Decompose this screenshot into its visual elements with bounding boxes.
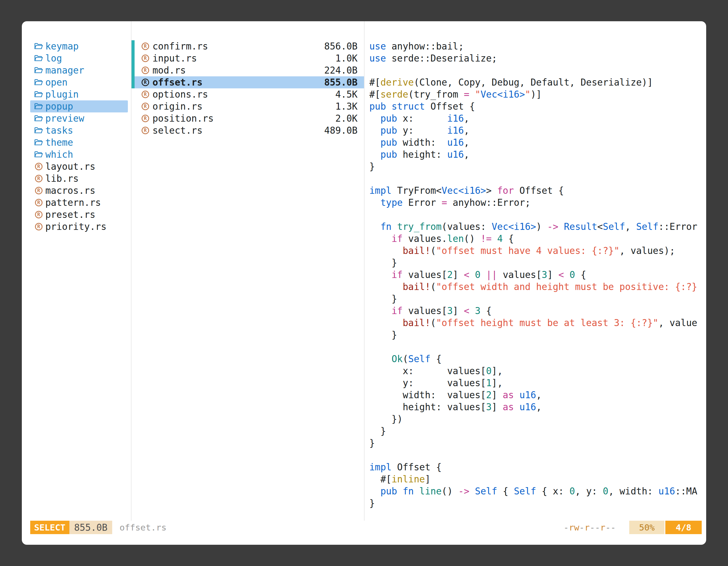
cursor-position-badge: 4/8 xyxy=(665,521,702,534)
sidebar-item-macros-rs[interactable]: Rmacros.rs xyxy=(30,185,128,197)
code-line: fn try_from(values: Vec<i16>) -> Result<… xyxy=(369,221,706,233)
file-name: confirm.rs xyxy=(152,41,208,52)
sidebar-item-manager[interactable]: manager xyxy=(30,64,128,76)
code-line: y: values[1], xyxy=(369,377,706,389)
sidebar-item-label: plugin xyxy=(45,89,79,100)
sidebar-item-label: tasks xyxy=(45,125,73,136)
sidebar-item-log[interactable]: log xyxy=(30,52,128,64)
file-size: 1.0K xyxy=(335,53,358,64)
code-line: } xyxy=(369,437,706,449)
sidebar-item-label: preset.rs xyxy=(45,209,95,220)
file-item-position-rs[interactable]: Rposition.rs2.0K xyxy=(131,112,364,125)
code-line: Ok(Self { xyxy=(369,353,706,365)
file-name: input.rs xyxy=(152,53,197,64)
sidebar-item-label: manager xyxy=(45,65,84,76)
panes: keymaplogmanageropenpluginpopuppreviewta… xyxy=(22,21,706,521)
rust-file-icon: R xyxy=(141,43,150,50)
code-preview: use anyhow::bail;use serde::Deserialize;… xyxy=(369,40,706,509)
file-item-offset-rs[interactable]: Roffset.rs855.0B xyxy=(131,76,364,88)
code-line xyxy=(369,64,706,76)
mode-badge: SELECT xyxy=(30,521,69,534)
file-size: 224.0B xyxy=(324,65,358,76)
file-list: Rconfirm.rs856.0BRinput.rs1.0KRmod.rs224… xyxy=(131,40,364,137)
code-line: impl Offset { xyxy=(369,461,706,473)
sidebar-item-label: macros.rs xyxy=(45,185,95,196)
code-line: } xyxy=(369,257,706,269)
sidebar-item-which[interactable]: which xyxy=(30,149,128,161)
rust-file-icon: R xyxy=(34,199,43,206)
rust-file-icon: R xyxy=(34,223,43,231)
sidebar-item-label: popup xyxy=(45,101,73,112)
code-line: bail!("offset height must be at least 3:… xyxy=(369,317,706,329)
rust-file-icon: R xyxy=(141,91,150,98)
code-line: pub y: i16, xyxy=(369,125,706,137)
sidebar-item-open[interactable]: open xyxy=(30,76,128,88)
file-size: 856.0B xyxy=(324,41,358,52)
sidebar-item-label: lib.rs xyxy=(45,173,79,184)
selection-marker xyxy=(131,64,135,76)
sidebar-item-keymap[interactable]: keymap xyxy=(30,40,128,52)
rust-file-icon: R xyxy=(34,187,43,194)
preview-pane: use anyhow::bail;use serde::Deserialize;… xyxy=(365,21,706,521)
code-line: impl TryFrom<Vec<i16>> for Offset { xyxy=(369,185,706,197)
code-line xyxy=(369,341,706,353)
rust-file-icon: R xyxy=(34,163,43,170)
code-line: pub fn line() -> Self { Self { x: 0, y: … xyxy=(369,485,706,497)
status-bar: SELECT 855.0B offset.rs -rw-r--r-- 50% 4… xyxy=(30,521,702,534)
folder-icon xyxy=(34,139,43,146)
code-line: bail!("offset must have 4 values: {:?}",… xyxy=(369,245,706,257)
file-manager-window: keymaplogmanageropenpluginpopuppreviewta… xyxy=(22,21,706,545)
code-line: } xyxy=(369,293,706,305)
file-item-origin-rs[interactable]: Rorigin.rs1.3K xyxy=(131,100,364,112)
sidebar-item-label: theme xyxy=(45,137,73,148)
code-line: #[serde(try_from = "Vec<i16>")] xyxy=(369,88,706,100)
sidebar-item-priority-rs[interactable]: Rpriority.rs xyxy=(30,221,128,233)
permissions: -rw-r--r-- xyxy=(563,522,616,532)
sidebar-item-plugin[interactable]: plugin xyxy=(30,88,128,100)
rust-file-icon: R xyxy=(34,175,43,182)
status-filename: offset.rs xyxy=(119,522,166,532)
file-item-select-rs[interactable]: Rselect.rs489.0B xyxy=(131,125,364,137)
file-name: mod.rs xyxy=(152,65,186,76)
code-line xyxy=(369,449,706,461)
sidebar-item-pattern-rs[interactable]: Rpattern.rs xyxy=(30,197,128,209)
file-size: 855.0B xyxy=(324,77,358,88)
code-line xyxy=(369,209,706,221)
sidebar-item-preset-rs[interactable]: Rpreset.rs xyxy=(30,209,128,221)
code-line: if values[2] < 0 || values[3] < 0 { xyxy=(369,269,706,281)
code-line: pub height: u16, xyxy=(369,149,706,161)
file-name: position.rs xyxy=(152,113,214,124)
code-line: pub x: i16, xyxy=(369,112,706,125)
file-size: 4.5K xyxy=(335,89,358,100)
sidebar-item-label: preview xyxy=(45,113,84,124)
file-item-options-rs[interactable]: Roptions.rs4.5K xyxy=(131,88,364,100)
folder-icon xyxy=(34,55,43,62)
sidebar-item-tasks[interactable]: tasks xyxy=(30,125,128,137)
sidebar-item-theme[interactable]: theme xyxy=(30,137,128,149)
file-item-mod-rs[interactable]: Rmod.rs224.0B xyxy=(131,64,364,76)
folder-icon xyxy=(34,127,43,134)
code-line: if values.len() != 4 { xyxy=(369,233,706,245)
folder-icon xyxy=(34,103,43,110)
code-line: } xyxy=(369,425,706,437)
sidebar-item-layout-rs[interactable]: Rlayout.rs xyxy=(30,161,128,173)
sidebar-item-preview[interactable]: preview xyxy=(30,112,128,125)
code-line: bail!("offset width and height must be p… xyxy=(369,281,706,293)
selection-marker xyxy=(131,52,135,64)
code-line: use serde::Deserialize; xyxy=(369,52,706,64)
file-item-confirm-rs[interactable]: Rconfirm.rs856.0B xyxy=(131,40,364,52)
scroll-percent-badge: 50% xyxy=(629,521,664,534)
sidebar-item-label: pattern.rs xyxy=(45,197,101,208)
code-line: } xyxy=(369,329,706,341)
sidebar-item-lib-rs[interactable]: Rlib.rs xyxy=(30,173,128,185)
sidebar-item-popup[interactable]: popup xyxy=(30,100,128,112)
rust-file-icon: R xyxy=(34,211,43,219)
selection-marker xyxy=(131,40,135,52)
file-item-input-rs[interactable]: Rinput.rs1.0K xyxy=(131,52,364,64)
file-size: 1.3K xyxy=(335,101,358,112)
file-size: 2.0K xyxy=(335,113,358,124)
code-line: x: values[0], xyxy=(369,365,706,377)
parent-directory-pane: keymaplogmanageropenpluginpopuppreviewta… xyxy=(22,21,131,521)
selection-marker xyxy=(131,76,135,88)
file-name: offset.rs xyxy=(152,77,203,88)
